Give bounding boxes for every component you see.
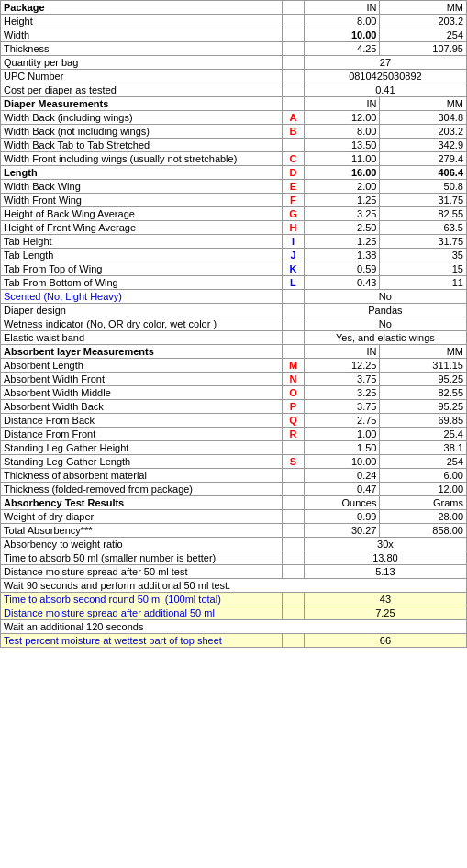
row-mm: 6.00 bbox=[380, 469, 467, 483]
row-label: Distance From Front bbox=[1, 428, 283, 441]
row-span-value: 0.41 bbox=[304, 83, 466, 97]
grams-header: Grams bbox=[380, 496, 467, 510]
row-in: 1.38 bbox=[304, 249, 380, 262]
row-letter bbox=[283, 593, 305, 606]
table-row: Height 8.00 203.2 bbox=[1, 15, 467, 28]
row-mm: 11 bbox=[380, 276, 467, 290]
row-letter: M bbox=[283, 359, 305, 373]
row-letter bbox=[283, 606, 305, 620]
row-letter bbox=[283, 345, 305, 359]
row-mm: 63.5 bbox=[380, 221, 467, 235]
note-label: Wait 90 seconds and perform additional 5… bbox=[1, 579, 467, 593]
row-label: Tab Length bbox=[1, 249, 283, 262]
row-label: Width Back (not including wings) bbox=[1, 125, 283, 139]
row-mm: 31.75 bbox=[380, 194, 467, 207]
table-row: Elastic waist band Yes, and elastic wing… bbox=[1, 331, 467, 345]
row-label: Distance moisture spread after 50 ml tes… bbox=[1, 565, 283, 579]
table-row: Cost per diaper as tested 0.41 bbox=[1, 83, 467, 97]
row-letter bbox=[283, 483, 305, 496]
row-letter: R bbox=[283, 428, 305, 441]
row-span-value: 30x bbox=[304, 538, 466, 551]
row-mm: 342.9 bbox=[380, 139, 467, 152]
row-letter bbox=[283, 510, 305, 524]
row-label: Quantity per bag bbox=[1, 56, 283, 70]
row-mm: 304.8 bbox=[380, 111, 467, 125]
row-mm: 28.00 bbox=[380, 510, 467, 524]
row-mm: 95.25 bbox=[380, 400, 467, 414]
row-letter bbox=[283, 290, 305, 304]
row-letter bbox=[283, 469, 305, 483]
row-label: Height bbox=[1, 15, 283, 28]
row-label: Standing Leg Gather Height bbox=[1, 441, 283, 455]
table-row: Total Absorbency*** 30.27 858.00 bbox=[1, 524, 467, 538]
row-label: Diaper design bbox=[1, 304, 283, 317]
row-letter: O bbox=[283, 386, 305, 400]
row-in: 12.00 bbox=[304, 111, 380, 125]
row-mm: 406.4 bbox=[380, 166, 467, 180]
table-row: Tab From Bottom of Wing L 0.43 11 bbox=[1, 276, 467, 290]
row-in: 0.59 bbox=[304, 262, 380, 276]
row-in: 3.75 bbox=[304, 400, 380, 414]
row-span-value: 5.13 bbox=[304, 565, 466, 579]
row-letter bbox=[283, 83, 305, 97]
row-in: 12.25 bbox=[304, 359, 380, 373]
table-row: Tab Length J 1.38 35 bbox=[1, 249, 467, 262]
table-row: Wait an additional 120 seconds bbox=[1, 620, 467, 634]
absorbency-header-row: Absorbency Test Results Ounces Grams bbox=[1, 496, 467, 510]
row-in: 1.00 bbox=[304, 428, 380, 441]
table-row: Width Back Tab to Tab Stretched 13.50 34… bbox=[1, 139, 467, 152]
row-letter: C bbox=[283, 152, 305, 166]
row-label: Time to absorb second round 50 ml (100ml… bbox=[1, 593, 283, 606]
row-letter bbox=[283, 70, 305, 83]
row-label: Absorbent Width Middle bbox=[1, 386, 283, 400]
table-row: Width 10.00 254 bbox=[1, 28, 467, 42]
row-label: Distance From Back bbox=[1, 414, 283, 428]
row-label: Weight of dry diaper bbox=[1, 510, 283, 524]
row-letter: K bbox=[283, 262, 305, 276]
in-header: IN bbox=[304, 97, 380, 111]
row-label: Height of Back Wing Average bbox=[1, 207, 283, 221]
row-mm: 82.55 bbox=[380, 207, 467, 221]
main-table: Package IN MM Height 8.00 203.2 Width 10… bbox=[0, 0, 467, 648]
row-letter: B bbox=[283, 125, 305, 139]
row-letter bbox=[283, 15, 305, 28]
row-span-value: Pandas bbox=[304, 304, 466, 317]
row-letter: H bbox=[283, 221, 305, 235]
table-row: Standing Leg Gather Height 1.50 38.1 bbox=[1, 441, 467, 455]
row-label: Absorbent Width Back bbox=[1, 400, 283, 414]
row-letter bbox=[283, 634, 305, 648]
row-label: Wetness indicator (No, OR dry color, wet… bbox=[1, 317, 283, 331]
row-span-value: No bbox=[304, 317, 466, 331]
row-in: 8.00 bbox=[304, 125, 380, 139]
row-mm: 95.25 bbox=[380, 373, 467, 386]
row-letter: P bbox=[283, 400, 305, 414]
table-row: Height of Back Wing Average G 3.25 82.55 bbox=[1, 207, 467, 221]
row-label: Width bbox=[1, 28, 283, 42]
table-row: Width Front including wings (usually not… bbox=[1, 152, 467, 166]
table-row: Height of Front Wing Average H 2.50 63.5 bbox=[1, 221, 467, 235]
table-row: Time to absorb 50 ml (smaller number is … bbox=[1, 551, 467, 565]
row-label: Scented (No, Light Heavy) bbox=[1, 290, 283, 304]
row-label: Tab From Bottom of Wing bbox=[1, 276, 283, 290]
ounces-header: Ounces bbox=[304, 496, 380, 510]
row-letter bbox=[283, 551, 305, 565]
row-letter bbox=[283, 331, 305, 345]
table-row: Thickness of absorbent material 0.24 6.0… bbox=[1, 469, 467, 483]
in-header: IN bbox=[304, 345, 380, 359]
row-label: Absorbency to weight ratio bbox=[1, 538, 283, 551]
row-mm: 12.00 bbox=[380, 483, 467, 496]
table-row: Distance moisture spread after additiona… bbox=[1, 606, 467, 620]
table-row: Width Back (including wings) A 12.00 304… bbox=[1, 111, 467, 125]
row-span-value: 7.25 bbox=[304, 606, 466, 620]
row-in: 16.00 bbox=[304, 166, 380, 180]
table-row: Distance From Front R 1.00 25.4 bbox=[1, 428, 467, 441]
row-in: 4.25 bbox=[304, 42, 380, 56]
row-label: Thickness bbox=[1, 42, 283, 56]
row-letter bbox=[283, 524, 305, 538]
row-label: Distance moisture spread after additiona… bbox=[1, 606, 283, 620]
row-mm: 203.2 bbox=[380, 125, 467, 139]
row-letter: D bbox=[283, 166, 305, 180]
row-letter: S bbox=[283, 455, 305, 469]
row-in: 2.50 bbox=[304, 221, 380, 235]
row-mm: 35 bbox=[380, 249, 467, 262]
